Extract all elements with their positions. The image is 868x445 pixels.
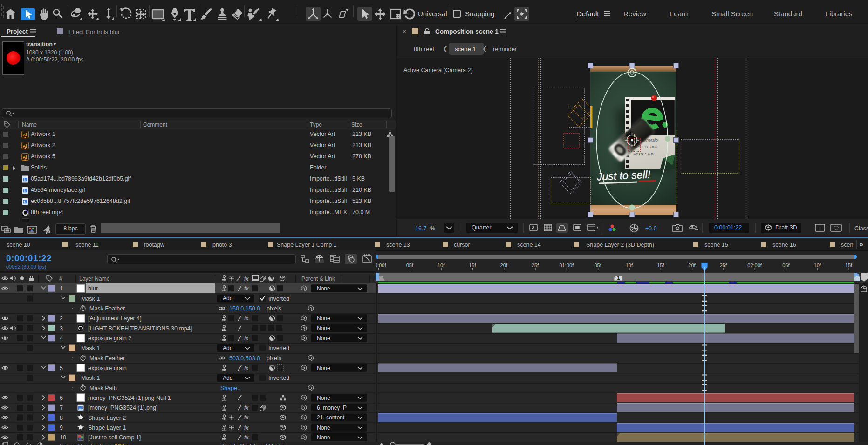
svg-text:05f: 05f [782,263,790,268]
svg-text:10f: 10f [814,263,821,268]
svg-text:fx: fx [244,434,249,441]
svg-text:fx: fx [244,405,249,411]
svg-text:None: None [317,315,330,322]
svg-text:10f: 10f [626,263,633,268]
svg-text:2: 2 [60,315,63,322]
svg-text:pixels: pixels [267,305,281,312]
svg-text:None: None [317,365,330,371]
svg-text:#: # [59,276,62,282]
svg-text:None: None [317,425,330,431]
svg-text:25f: 25f [532,263,539,268]
svg-text:Shape...: Shape... [220,385,242,391]
svg-text:None: None [317,335,330,342]
svg-text:Learn: Learn [670,10,688,18]
svg-text:15f: 15f [469,263,476,268]
svg-text:Review: Review [623,10,646,18]
svg-text:[LIGHT BOKEH TRANSITIONS 30.mp: [LIGHT BOKEH TRANSITIONS 30.mp4] [88,325,192,332]
svg-text:fx: fx [244,414,249,421]
svg-text:4: 4 [60,335,63,342]
svg-text:Ai: Ai [23,143,27,148]
svg-text:Add: Add [223,345,232,351]
svg-text:25f: 25f [720,263,727,268]
svg-text:fx: fx [244,285,249,292]
svg-text:Inverted: Inverted [268,345,289,351]
svg-text:fx: fx [244,365,249,371]
svg-text:150.0,150.0: 150.0,150.0 [229,305,260,312]
svg-text:pixels: pixels [267,355,281,362]
svg-text:fx: fx [244,315,249,322]
svg-text:Ai: Ai [23,132,27,137]
svg-text:None: None [317,325,330,331]
svg-text:20f: 20f [500,263,508,268]
svg-text:05f: 05f [594,263,601,268]
svg-text:Mask Path: Mask Path [89,385,117,391]
svg-text:7: 7 [60,405,63,411]
svg-text:Shape Layer 2: Shape Layer 2 [88,415,126,421]
svg-text:15f: 15f [845,263,853,268]
svg-text:05f: 05f [406,263,414,268]
svg-text:3: 3 [60,325,63,332]
svg-text:6: 6 [60,395,63,401]
svg-text:None: None [317,285,330,292]
svg-text:10f: 10f [437,263,445,268]
svg-text:15f: 15f [657,263,664,268]
svg-text:[Adjustment Layer 4]: [Adjustment Layer 4] [88,315,142,322]
svg-text:Add: Add [223,375,232,381]
svg-text:Ai: Ai [23,155,27,160]
svg-text:6. money_P: 6. money_P [317,405,347,411]
svg-text:0:00f: 0:00f [376,263,386,268]
svg-text:8: 8 [60,415,63,421]
svg-text:20f: 20f [688,263,696,268]
svg-text:21. content: 21. content [317,414,345,421]
svg-text:None: None [317,395,330,401]
svg-text:fx: fx [244,276,249,282]
svg-text:Add: Add [223,295,232,302]
svg-text:Layer Name: Layer Name [79,276,110,282]
svg-text:blur: blur [88,285,98,292]
svg-text:None: None [317,434,330,441]
svg-text:9: 9 [60,425,63,431]
svg-text:Mask Feather: Mask Feather [89,355,125,362]
svg-text:Mask 1: Mask 1 [81,296,100,302]
svg-text:[Just to sell Comp 1]: [Just to sell Comp 1] [88,434,141,441]
svg-text:Parent & Link: Parent & Link [301,276,335,282]
svg-text:Mask Feather: Mask Feather [89,305,125,312]
svg-text:10: 10 [60,434,66,441]
svg-text:Inverted: Inverted [268,375,289,381]
svg-text:Snapping: Snapping [465,10,494,18]
svg-text:exposure grain 2: exposure grain 2 [88,335,131,342]
svg-text:Shape Layer 1: Shape Layer 1 [88,425,126,431]
svg-text:Default: Default [577,10,599,18]
svg-text:Inverted: Inverted [268,296,289,302]
svg-text:Libraries: Libraries [826,10,853,18]
svg-text:exposure grain: exposure grain [88,365,127,371]
svg-text:503.0,503.0: 503.0,503.0 [229,355,260,362]
svg-text:1: 1 [617,275,620,281]
svg-text:01:00f: 01:00f [560,263,574,268]
svg-text:Mask 1: Mask 1 [81,375,100,381]
svg-text:Standard: Standard [774,10,802,18]
svg-text:5: 5 [60,365,63,371]
svg-text:Mask 1: Mask 1 [81,345,100,351]
svg-text:money_PNG3524 (1).png Null 1: money_PNG3524 (1).png Null 1 [88,395,171,401]
svg-text:02:00f: 02:00f [747,263,762,268]
svg-text:Small Screen: Small Screen [711,10,753,18]
svg-text:fx: fx [244,335,249,342]
svg-text:Universal: Universal [418,10,447,18]
svg-text:[money_PNG3524 (1).png]: [money_PNG3524 (1).png] [88,405,157,411]
svg-text:1: 1 [60,285,63,292]
svg-text:fx: fx [244,425,249,431]
